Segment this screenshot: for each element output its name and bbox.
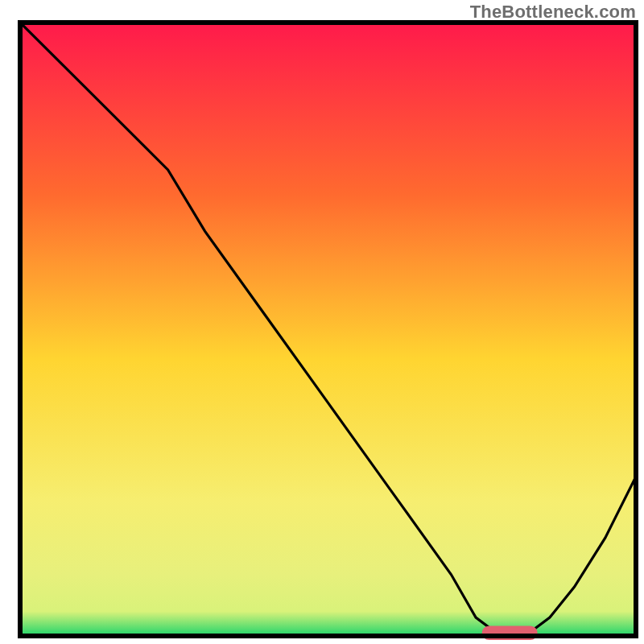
watermark-text: TheBottleneck.com <box>470 2 636 23</box>
chart-stage: TheBottleneck.com <box>0 0 644 644</box>
bottleneck-chart <box>0 0 644 644</box>
